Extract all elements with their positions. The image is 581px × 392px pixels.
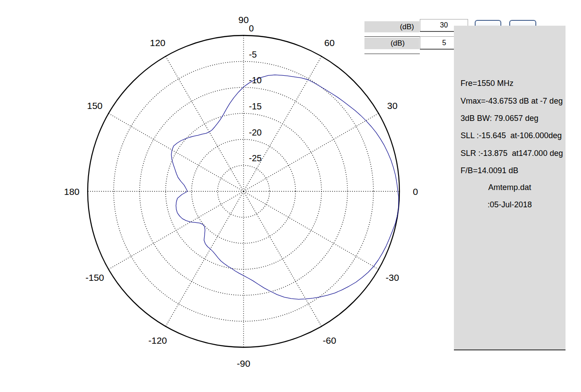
data-file-date: :05-Jul-2018 bbox=[454, 201, 566, 209]
range-label-underline bbox=[364, 36, 420, 37]
angle-tick-label: 120 bbox=[150, 38, 165, 48]
grid-spoke bbox=[244, 191, 379, 269]
app-window: 0306090120150180-150-120-90-60-300-5-10-… bbox=[0, 0, 581, 392]
radial-tick-label: -20 bbox=[249, 128, 262, 137]
radial-tick-label: -15 bbox=[249, 101, 262, 111]
angle-tick-label: 0 bbox=[413, 186, 418, 197]
grid-spoke bbox=[244, 191, 321, 326]
radial-tick-label: -25 bbox=[249, 153, 262, 163]
angle-tick-label: 150 bbox=[87, 101, 102, 111]
angle-tick-label: 30 bbox=[387, 101, 397, 111]
angle-tick-label: -120 bbox=[148, 335, 167, 345]
angle-tick-label: 90 bbox=[238, 15, 248, 25]
grid-spoke bbox=[166, 191, 244, 326]
result-sll: SLL :-15.645 at-106.000deg bbox=[461, 132, 562, 140]
radial-tick-label: 0 bbox=[249, 23, 254, 33]
step-db-label: (dB) bbox=[364, 38, 419, 49]
grid-spoke bbox=[108, 113, 244, 191]
angle-tick-label: -30 bbox=[386, 272, 399, 283]
grid-spoke bbox=[244, 113, 379, 191]
radial-tick-label: -10 bbox=[249, 75, 262, 85]
result-slr: SLR :-13.875 at147.000 deg bbox=[461, 149, 563, 158]
grid-spoke bbox=[166, 56, 244, 191]
result-frequency: Fre=1550 MHz bbox=[461, 79, 514, 88]
radial-tick-label: -5 bbox=[249, 50, 257, 59]
result-front-to-back: F/B=14.0091 dB bbox=[461, 167, 519, 175]
step-label-underline bbox=[364, 54, 420, 54]
angle-tick-label: -90 bbox=[237, 358, 250, 369]
angle-tick-label: 60 bbox=[324, 38, 334, 48]
data-file-name: Amtemp.dat bbox=[454, 183, 566, 192]
angle-tick-label: 180 bbox=[64, 186, 79, 197]
angle-tick-label: -60 bbox=[323, 335, 336, 345]
range-db-label: (dB) bbox=[364, 21, 419, 32]
angle-tick-label: -150 bbox=[85, 272, 104, 283]
radiation-pattern-curve bbox=[171, 75, 399, 299]
result-beamwidth: 3dB BW: 79.0657 deg bbox=[461, 114, 538, 123]
result-vmax: Vmax=-43.6753 dB at -7 deg bbox=[461, 97, 563, 105]
results-panel: Fre=1550 MHz Vmax=-43.6753 dB at -7 deg … bbox=[454, 26, 566, 350]
